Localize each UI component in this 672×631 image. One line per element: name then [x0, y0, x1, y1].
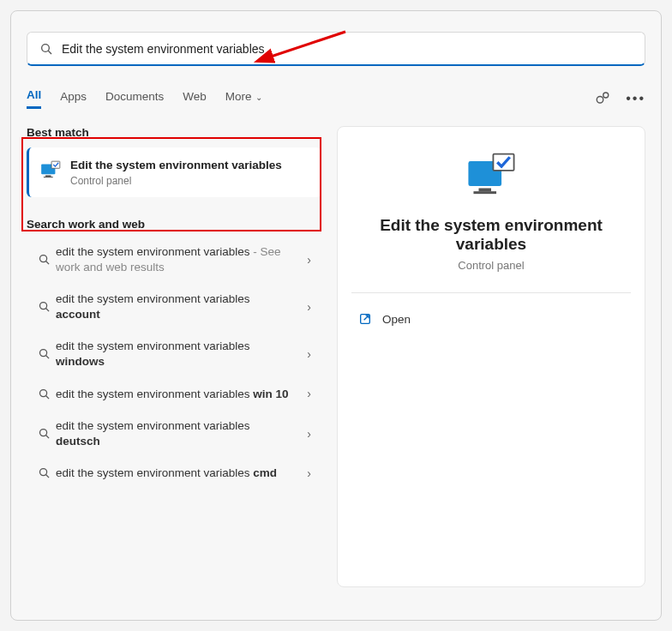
- search-icon: [32, 300, 56, 313]
- svg-point-19: [39, 469, 46, 476]
- open-action[interactable]: Open: [355, 305, 627, 333]
- preview-pane: Edit the system environment variables Co…: [337, 126, 645, 587]
- svg-point-3: [597, 96, 603, 103]
- svg-rect-7: [44, 177, 53, 177]
- search-icon: [32, 388, 56, 400]
- account-switch-icon[interactable]: [595, 90, 610, 108]
- best-match-label: Best match: [27, 126, 321, 139]
- svg-point-13: [39, 350, 46, 357]
- chevron-down-icon: ⌄: [254, 93, 263, 102]
- svg-point-4: [603, 93, 609, 98]
- svg-line-14: [45, 356, 48, 358]
- svg-point-15: [39, 389, 46, 396]
- suggestion-item[interactable]: edit the system environment variables - …: [27, 236, 321, 283]
- svg-line-2: [48, 51, 51, 54]
- monitor-check-icon: [36, 159, 65, 185]
- preview-subtitle: Control panel: [355, 259, 627, 272]
- suggestion-text: edit the system environment variables cm…: [56, 466, 302, 481]
- chevron-right-icon: ›: [302, 387, 316, 400]
- search-icon: [32, 347, 56, 360]
- svg-line-20: [45, 475, 48, 478]
- suggestion-text: edit the system environment variables de…: [56, 418, 302, 448]
- chevron-right-icon: ›: [302, 347, 316, 361]
- tab-web[interactable]: Web: [183, 90, 207, 108]
- svg-point-11: [39, 303, 46, 309]
- tab-more[interactable]: More ⌄: [225, 90, 263, 108]
- suggestion-item[interactable]: edit the system environment variables wi…: [27, 378, 321, 411]
- suggestion-list: edit the system environment variables - …: [27, 236, 321, 489]
- more-options-icon[interactable]: •••: [626, 91, 645, 106]
- svg-line-16: [45, 395, 48, 398]
- best-match-title: Edit the system environment variables: [70, 158, 311, 173]
- tab-apps[interactable]: Apps: [60, 90, 87, 108]
- suggestion-item[interactable]: edit the system environment variables ac…: [27, 283, 321, 330]
- open-label: Open: [382, 313, 411, 326]
- search-icon: [39, 42, 53, 56]
- svg-line-10: [45, 261, 48, 264]
- search-input[interactable]: [62, 42, 633, 56]
- svg-point-9: [39, 255, 46, 262]
- divider: [351, 292, 631, 293]
- open-external-icon: [358, 312, 372, 326]
- windows-search-panel: All Apps Documents Web More ⌄ ••• Best m…: [10, 10, 662, 621]
- svg-rect-6: [45, 176, 51, 177]
- chevron-right-icon: ›: [302, 466, 316, 480]
- results-column: Best match Edit the system environment v…: [27, 126, 321, 587]
- suggestion-text: edit the system environment variables - …: [56, 244, 302, 274]
- suggestion-item[interactable]: edit the system environment variables cm…: [27, 457, 321, 490]
- filter-tabs: All Apps Documents Web More ⌄ •••: [27, 83, 645, 114]
- svg-point-1: [42, 44, 50, 51]
- preview-monitor-check-icon: [355, 151, 627, 201]
- search-icon: [32, 427, 56, 440]
- svg-line-18: [45, 436, 48, 438]
- svg-rect-22: [479, 189, 492, 192]
- search-work-web-label: Search work and web: [27, 218, 321, 231]
- best-match-result[interactable]: Edit the system environment variables Co…: [27, 147, 321, 197]
- search-icon: [32, 466, 56, 479]
- preview-title: Edit the system environment variables: [355, 216, 627, 254]
- suggestion-text: edit the system environment variables ac…: [56, 291, 302, 322]
- suggestion-text: edit the system environment variables wi…: [56, 387, 302, 402]
- svg-line-12: [45, 309, 48, 311]
- suggestion-item[interactable]: edit the system environment variables de…: [27, 410, 321, 457]
- search-icon: [32, 253, 56, 266]
- svg-rect-8: [51, 161, 60, 168]
- tab-all[interactable]: All: [27, 88, 41, 109]
- chevron-right-icon: ›: [302, 300, 316, 314]
- search-bar[interactable]: [27, 32, 645, 66]
- suggestion-text: edit the system environment variables wi…: [56, 339, 302, 369]
- chevron-right-icon: ›: [302, 427, 316, 441]
- tab-more-label: More: [225, 90, 252, 103]
- svg-point-17: [39, 430, 46, 436]
- best-match-subtitle: Control panel: [70, 175, 311, 187]
- tab-documents[interactable]: Documents: [105, 90, 164, 108]
- suggestion-item[interactable]: edit the system environment variables wi…: [27, 330, 321, 377]
- svg-rect-23: [473, 191, 496, 194]
- chevron-right-icon: ›: [302, 253, 316, 267]
